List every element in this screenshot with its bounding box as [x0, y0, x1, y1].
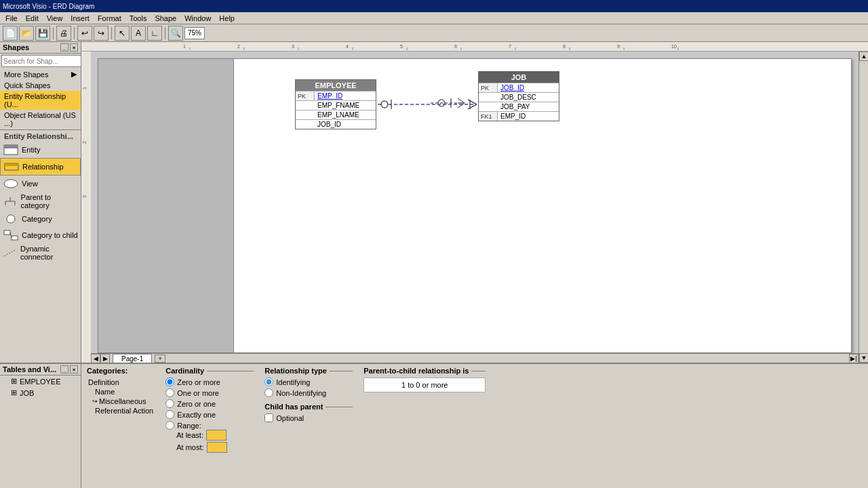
scroll-left-button[interactable]: ◀	[91, 354, 100, 363]
undo-button[interactable]: ↩	[77, 26, 92, 41]
pointer-button[interactable]: ↖	[115, 26, 130, 41]
relationship-summary: 1 to 0 or more	[363, 378, 486, 392]
new-button[interactable]: 📄	[3, 26, 18, 41]
menu-view[interactable]: View	[43, 14, 67, 23]
optional-checkbox[interactable]	[264, 413, 273, 422]
page-1-tab[interactable]: Page-1	[113, 354, 152, 363]
sidebar-shape-entity[interactable]: Entity	[0, 142, 81, 158]
parent-to-cat-shape-icon	[3, 195, 18, 208]
job-entity[interactable]: JOB PK JOB_ID JOB_DESC JOB_PAY FK1	[478, 71, 559, 121]
close-shapes-button[interactable]: ×	[70, 43, 78, 52]
table-job-label: JOB	[20, 389, 34, 397]
scroll-down-button[interactable]: ▼	[859, 353, 868, 363]
cat-name[interactable]: Name	[87, 387, 155, 396]
relationship-shape-icon	[3, 160, 20, 174]
print-button[interactable]: 🖨	[56, 26, 71, 41]
cat-miscellaneous[interactable]: ↪ Miscellaneous	[87, 396, 155, 406]
dynamic-connector-label: Dynamic connector	[20, 245, 78, 261]
toolbar: 📄 📂 💾 🖨 ↩ ↪ ↖ A ∟ 🔍 75%	[0, 24, 868, 42]
scroll-end-button[interactable]: ▶|	[849, 354, 859, 363]
range-radio[interactable]	[165, 421, 174, 430]
add-page-button[interactable]: +	[155, 354, 165, 363]
rel-type-line	[330, 371, 353, 371]
sidebar-shape-dynamic-connector[interactable]: Dynamic connector	[0, 243, 81, 262]
save-button[interactable]: 💾	[35, 26, 50, 41]
non-identifying-label: Non-Identifying	[276, 389, 326, 397]
sidebar-shape-cat-to-child[interactable]: Category to child	[0, 227, 81, 243]
svg-point-46	[381, 101, 388, 108]
optional-checkbox-item[interactable]: Optional	[264, 413, 353, 422]
parent-child-title: Parent-to-child relationship is	[363, 367, 486, 375]
sidebar-more-shapes[interactable]: More Shapes ▶	[0, 68, 81, 80]
menu-tools[interactable]: Tools	[125, 14, 151, 23]
scroll-up-button[interactable]: ▲	[859, 52, 868, 61]
menu-format[interactable]: Format	[94, 14, 125, 23]
range-option[interactable]: Range:	[165, 421, 254, 430]
exactly-one-option[interactable]: Exactly one	[165, 410, 254, 419]
svg-line-13	[4, 249, 16, 256]
zoom-in-button[interactable]: 🔍	[168, 26, 183, 41]
sidebar-shape-parent-to-cat[interactable]: Parent to category	[0, 192, 81, 211]
sidebar-shape-view[interactable]: View	[0, 176, 81, 192]
vscroll-track	[859, 61, 868, 353]
scroll-right-button[interactable]: ▶	[100, 354, 110, 363]
job-id-field: JOB_ID	[498, 83, 527, 92]
menu-insert[interactable]: Insert	[66, 14, 94, 23]
employee-entity[interactable]: EMPLOYEE PK EMP_ID EMP_FNAME EMP_LNAME J…	[295, 79, 376, 129]
diagram-canvas[interactable]: EMPLOYEE PK EMP_ID EMP_FNAME EMP_LNAME J…	[91, 52, 859, 353]
horizontal-scrollbar[interactable]: ◀ ▶ Page-1 + ▶|	[91, 353, 859, 363]
menu-shape[interactable]: Shape	[151, 14, 180, 23]
identifying-label: Identifying	[276, 378, 310, 386]
sidebar-shape-relationship[interactable]: Relationship	[0, 158, 81, 176]
zero-or-one-radio[interactable]	[165, 399, 174, 408]
at-least-label: At least:	[176, 431, 203, 439]
svg-line-48	[468, 100, 477, 104]
table-grid-icon: ⊞	[11, 377, 17, 386]
menu-edit[interactable]: Edit	[22, 14, 43, 23]
menu-file[interactable]: File	[1, 14, 22, 23]
open-button[interactable]: 📂	[19, 26, 34, 41]
non-identifying-option[interactable]: Non-Identifying	[264, 388, 353, 397]
shapes-panel-title: Shapes _ ×	[0, 42, 81, 54]
menu-window[interactable]: Window	[180, 14, 215, 23]
menu-help[interactable]: Help	[215, 14, 239, 23]
non-identifying-radio[interactable]	[264, 388, 273, 397]
minimize-shapes-button[interactable]: _	[60, 43, 68, 52]
sidebar-shape-category[interactable]: Category	[0, 211, 81, 227]
table-item-employee[interactable]: ⊞ EMPLOYEE	[0, 375, 81, 387]
connector-button[interactable]: ∟	[147, 26, 162, 41]
job-row-fk1: FK1 EMP_ID	[479, 111, 559, 121]
cat-definition[interactable]: Definition	[87, 378, 155, 387]
cardinality-title: Cardinality	[165, 367, 254, 375]
sidebar-object-relational[interactable]: Object Relational (US ...)	[0, 110, 81, 129]
vertical-scrollbar[interactable]: ▲ ▼	[859, 52, 868, 363]
zero-or-one-option[interactable]: Zero or one	[165, 399, 254, 408]
er-section-label: Entity Relationshi...	[0, 131, 81, 142]
sidebar-entity-relationship[interactable]: Entity Relationship (U...	[0, 91, 81, 110]
cat-referential[interactable]: Referential Action	[87, 406, 155, 415]
one-or-more-option[interactable]: One or more	[165, 388, 254, 397]
close-tables-button[interactable]: ×	[70, 365, 78, 373]
table-item-job[interactable]: ⊞ JOB	[0, 387, 81, 399]
job-header: JOB	[479, 72, 559, 83]
svg-point-40	[438, 100, 445, 106]
one-or-more-radio[interactable]	[165, 388, 174, 397]
svg-rect-10	[4, 230, 10, 235]
zero-or-more-radio[interactable]	[165, 378, 174, 386]
identifying-option[interactable]: Identifying	[264, 378, 353, 386]
zero-or-more-option[interactable]: Zero or more	[165, 378, 254, 386]
parent-to-child-section: Parent-to-child relationship is 1 to 0 o…	[363, 367, 486, 453]
exactly-one-radio[interactable]	[165, 410, 174, 419]
cat-def-label: Definition	[88, 378, 119, 386]
text-button[interactable]: A	[131, 26, 146, 41]
at-most-input[interactable]	[207, 442, 227, 453]
sidebar-quick-shapes[interactable]: Quick Shapes	[0, 80, 81, 91]
redo-button[interactable]: ↪	[94, 26, 108, 41]
search-input[interactable]	[1, 55, 81, 67]
zoom-level[interactable]: 75%	[184, 27, 205, 39]
entity-shape-icon	[3, 143, 19, 157]
dynamic-connector-shape-icon	[3, 246, 18, 260]
minimize-tables-button[interactable]: _	[60, 365, 68, 373]
at-least-input[interactable]	[206, 430, 226, 441]
identifying-radio[interactable]	[264, 378, 273, 386]
